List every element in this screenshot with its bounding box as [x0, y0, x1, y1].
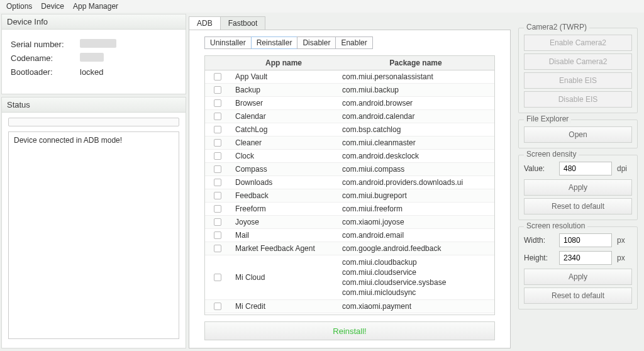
table-row[interactable]: Joyosecom.xiaomi.joyose [205, 216, 494, 229]
app-name-cell: Mail [230, 229, 337, 242]
tab-adb[interactable]: ADB [189, 16, 221, 30]
package-name-cell: com.miui.personalassistant [337, 70, 494, 83]
th-app: App name [230, 56, 337, 70]
open-file-explorer-button[interactable]: Open [524, 126, 632, 143]
bootloader-value: locked [80, 67, 104, 77]
app-name-cell: Mi Recycle [230, 313, 337, 315]
app-name-cell: Calendar [230, 110, 337, 123]
status-log: Device connected in ADB mode! [8, 131, 179, 339]
package-name-cell: com.xiaomi.mirecycle [337, 313, 494, 315]
height-input[interactable] [559, 251, 612, 265]
density-apply-button[interactable]: Apply [524, 179, 632, 196]
serial-value [80, 39, 116, 48]
resolution-group: Screen resolution Width: px Height: px A… [518, 226, 638, 309]
table-row[interactable]: Compasscom.miui.compass [205, 163, 494, 176]
table-row[interactable]: Mailcom.android.email [205, 229, 494, 242]
progress-bar [8, 118, 179, 126]
app-name-cell: Backup [230, 84, 337, 96]
package-name-cell: com.android.browser [337, 97, 494, 109]
row-checkbox[interactable] [214, 126, 221, 133]
width-input[interactable] [559, 233, 612, 247]
package-name-cell: com.android.deskclock [337, 150, 494, 162]
device-info-panel: Device Info Serial number: Codename: Boo… [1, 14, 186, 94]
package-name-cell: com.xiaomi.payment [337, 300, 494, 313]
table-row[interactable]: Clockcom.android.deskclock [205, 150, 494, 163]
package-name-cell: com.miui.backup [337, 84, 494, 96]
app-name-cell: Joyose [230, 216, 337, 228]
density-input[interactable] [559, 162, 612, 176]
enable-eis-button[interactable]: Enable EIS [524, 72, 632, 89]
row-checkbox[interactable] [214, 179, 221, 186]
main-tabs: ADB Fastboot [189, 16, 511, 30]
table-row[interactable]: Market Feedback Agentcom.google.android.… [205, 242, 494, 255]
table-row[interactable]: Calendarcom.android.calendar [205, 110, 494, 123]
resolution-apply-button[interactable]: Apply [524, 269, 632, 285]
row-checkbox[interactable] [214, 86, 221, 94]
package-name-cell: com.android.calendar [337, 110, 494, 123]
table-body[interactable]: App Vaultcom.miui.personalassistantBacku… [205, 70, 494, 315]
disable-camera2-button[interactable]: Disable Camera2 [524, 53, 632, 70]
row-checkbox[interactable] [214, 192, 221, 199]
tab-fastboot[interactable]: Fastboot [220, 16, 266, 30]
table-row[interactable]: Cleanercom.miui.cleanmaster [205, 136, 494, 150]
row-checkbox[interactable] [214, 113, 221, 120]
width-label: Width: [524, 236, 554, 245]
app-table: App name Package name App Vaultcom.miui.… [204, 55, 495, 315]
th-pkg: Package name [337, 56, 494, 70]
row-checkbox[interactable] [214, 274, 221, 281]
app-name-cell: Market Feedback Agent [230, 242, 337, 255]
app-name-cell: Compass [230, 163, 337, 176]
table-row[interactable]: Downloadscom.android.providers.downloads… [205, 176, 494, 189]
table-row[interactable]: App Vaultcom.miui.personalassistant [205, 70, 494, 84]
table-row[interactable]: Mi Creditcom.xiaomi.payment [205, 300, 494, 313]
menu-app-manager[interactable]: App Manager [73, 2, 118, 11]
row-checkbox[interactable] [214, 139, 221, 147]
menubar: Options Device App Manager [0, 0, 644, 13]
row-checkbox[interactable] [214, 165, 221, 173]
subtab-enabler[interactable]: Enabler [335, 36, 372, 49]
enable-camera2-button[interactable]: Enable Camera2 [524, 35, 632, 51]
menu-device[interactable]: Device [41, 2, 64, 11]
subtab-reinstaller[interactable]: Reinstaller [251, 36, 298, 49]
height-unit: px [617, 254, 632, 262]
table-row[interactable]: Feedbackcom.miui.bugreport [205, 189, 494, 203]
width-unit: px [617, 236, 632, 245]
file-explorer-group: File Explorer Open [518, 120, 638, 148]
app-name-cell: CatchLog [230, 123, 337, 136]
table-row[interactable]: Browsercom.android.browser [205, 97, 494, 110]
table-row[interactable]: Freeformcom.miui.freeform [205, 203, 494, 216]
row-checkbox[interactable] [214, 152, 221, 160]
reinstall-button[interactable]: Reinstall! [204, 321, 495, 340]
table-row[interactable]: Mi Cloudcom.miui.cloudbackupcom.miui.clo… [205, 255, 494, 300]
row-checkbox[interactable] [214, 205, 221, 213]
codename-value [80, 53, 104, 62]
table-row[interactable]: CatchLogcom.bsp.catchlog [205, 123, 494, 136]
row-checkbox[interactable] [214, 99, 221, 107]
disable-eis-button[interactable]: Disable EIS [524, 91, 632, 108]
package-name-cell: com.miui.compass [337, 163, 494, 176]
bootloader-label: Bootloader: [11, 67, 80, 77]
resolution-reset-button[interactable]: Reset to default [524, 287, 632, 304]
package-name-cell: com.android.email [337, 229, 494, 242]
subtab-disabler[interactable]: Disabler [297, 36, 336, 49]
row-checkbox[interactable] [214, 245, 221, 252]
row-checkbox[interactable] [214, 218, 221, 226]
subtab-uninstaller[interactable]: Uninstaller [204, 36, 252, 49]
table-row[interactable]: Backupcom.miui.backup [205, 84, 494, 97]
file-explorer-title: File Explorer [524, 114, 571, 123]
camera2-group: Camera2 (TWRP) Enable Camera2 Disable Ca… [518, 28, 638, 113]
density-reset-button[interactable]: Reset to default [524, 198, 632, 214]
table-row[interactable]: Mi Recyclecom.xiaomi.mirecycle [205, 313, 494, 315]
app-name-cell: Freeform [230, 203, 337, 215]
height-label: Height: [524, 254, 554, 262]
package-name-cell: com.miui.cleanmaster [337, 136, 494, 149]
package-name-cell: com.xiaomi.joyose [337, 216, 494, 228]
codename-label: Codename: [11, 53, 80, 63]
density-unit: dpi [617, 164, 632, 173]
menu-options[interactable]: Options [6, 2, 32, 11]
package-name-cell: com.bsp.catchlog [337, 123, 494, 136]
row-checkbox[interactable] [214, 303, 221, 310]
row-checkbox[interactable] [214, 231, 221, 239]
app-name-cell: App Vault [230, 70, 337, 83]
row-checkbox[interactable] [214, 73, 221, 81]
